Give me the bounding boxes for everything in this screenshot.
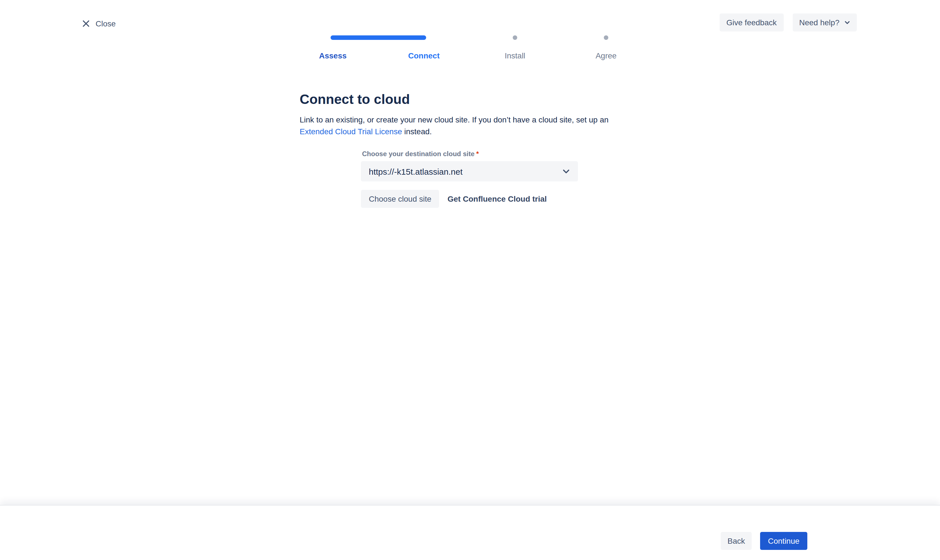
top-actions: Give feedback Need help? [719,14,857,31]
select-chevron-down-icon [561,166,571,176]
screen: Close Give feedback Need help? Assess Co… [0,0,940,560]
chevron-down-icon [843,18,851,26]
close-icon [82,19,91,28]
extended-cloud-trial-link[interactable]: Extended Cloud Trial License [299,127,402,136]
step-label-install: Install [505,51,525,60]
intro-text-before-link: Link to an existing, or create your new … [299,115,608,124]
migration-wizard-page: Close Give feedback Need help? Assess Co… [0,0,940,560]
selected-site-value: https://-k15t.atlassian.net [369,166,463,176]
required-asterisk: * [476,150,479,158]
intro-text: Link to an existing, or create your new … [299,114,637,138]
footer-bar: Back Continue [0,505,940,560]
give-feedback-button[interactable]: Give feedback [719,14,783,31]
need-help-button[interactable]: Need help? [792,14,857,31]
progress-dot-install [513,35,517,40]
progress-bar-completed [330,35,426,40]
close-button[interactable]: Close [82,18,116,29]
destination-site-label: Choose your destination cloud site* [362,149,479,158]
intro-text-after-link: instead. [404,127,432,136]
back-button[interactable]: Back [721,532,752,550]
progress-dot-agree [604,35,608,40]
choose-cloud-site-button[interactable]: Choose cloud site [361,190,439,208]
step-label-connect: Connect [408,51,440,60]
need-help-button-label: Need help? [799,18,840,27]
continue-button[interactable]: Continue [760,532,807,550]
get-confluence-cloud-trial-button[interactable]: Get Confluence Cloud trial [448,190,547,208]
step-label-assess: Assess [319,51,347,60]
step-label-agree: Agree [596,51,617,60]
page-title: Connect to cloud [299,92,410,107]
destination-site-select[interactable]: https://-k15t.atlassian.net [361,161,578,182]
close-button-label: Close [96,19,116,28]
